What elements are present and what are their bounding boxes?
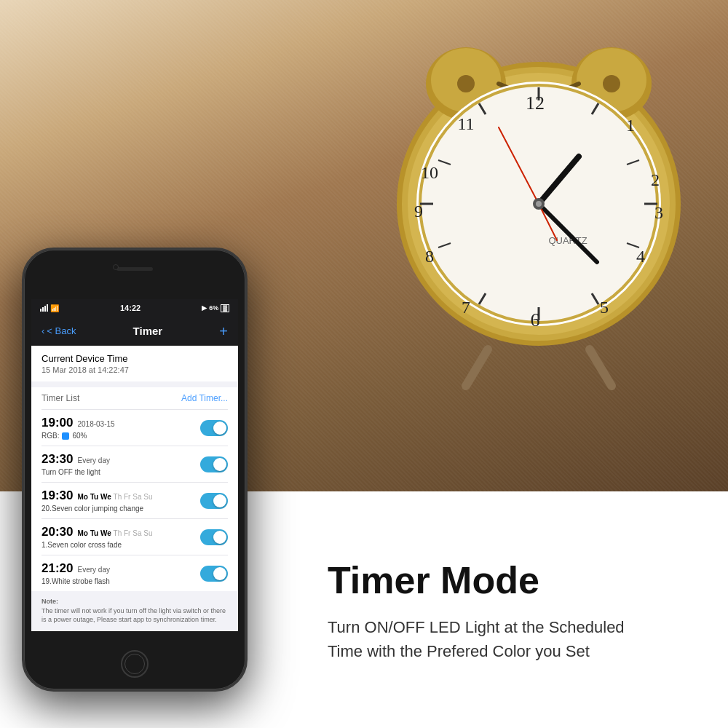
phone-screen: 📶 14:22 ▶ 6% ▓ ‹ < Back Timer + xyxy=(31,299,238,631)
svg-line-0 xyxy=(466,349,488,386)
back-label: < Back xyxy=(47,325,76,336)
phone-camera xyxy=(113,264,119,270)
nav-title: Timer xyxy=(133,325,163,337)
clock-image: 12 1 2 3 4 5 6 7 8 9 10 11 QUARTZ xyxy=(371,15,706,393)
toggle-knob-1 xyxy=(213,422,226,435)
text-section: Timer Mode Turn ON/OFF LED Light at the … xyxy=(298,491,728,728)
timer-item-4: 20:30 Mo Tu We Th Fr Sa Su 1.Seven color… xyxy=(41,519,228,555)
clock-area: 12 1 2 3 4 5 6 7 8 9 10 11 QUARTZ xyxy=(277,0,728,546)
status-right: ▶ 6% ▓ xyxy=(202,304,229,312)
signal-icon xyxy=(40,304,48,312)
toggle-1[interactable] xyxy=(200,420,228,436)
nav-bar: ‹ < Back Timer + xyxy=(31,317,238,346)
timer-time-row-2: 23:30 Every day xyxy=(41,452,200,467)
svg-text:4: 4 xyxy=(636,247,645,266)
timer-time-2: 23:30 xyxy=(41,452,73,467)
battery-icon: ▓ xyxy=(221,304,229,312)
svg-text:5: 5 xyxy=(600,298,609,317)
timer-date-2: Every day xyxy=(77,456,109,464)
timer-list-section: Timer List Add Timer... 19:00 2018-03-15… xyxy=(31,387,238,591)
timer-detail-3: 20.Seven color jumping change xyxy=(41,505,200,513)
device-time-value: 15 Mar 2018 at 14:22:47 xyxy=(41,365,228,374)
status-left: 📶 xyxy=(40,304,59,312)
status-bar: 📶 14:22 ▶ 6% ▓ xyxy=(31,299,238,317)
phone-home-inner xyxy=(124,654,145,674)
timer-time-row-4: 20:30 Mo Tu We Th Fr Sa Su xyxy=(41,525,200,539)
add-timer-link[interactable]: Add Timer... xyxy=(181,393,228,403)
device-time-section: Current Device Time 15 Mar 2018 at 14:22… xyxy=(31,346,238,381)
chevron-left-icon: ‹ xyxy=(41,325,44,336)
svg-text:7: 7 xyxy=(462,298,470,317)
svg-text:10: 10 xyxy=(421,163,438,182)
timer-date-1: 2018-03-15 xyxy=(77,420,114,428)
timer-list-label: Timer List xyxy=(41,393,79,403)
color-dot-1 xyxy=(62,432,69,440)
timer-detail-5: 19.White strobe flash xyxy=(41,577,200,585)
location-icon: ▶ xyxy=(202,304,207,312)
timer-item-4-left: 20:30 Mo Tu We Th Fr Sa Su 1.Seven color… xyxy=(41,525,200,549)
days-inactive-3: Th Fr Sa Su xyxy=(114,493,153,501)
days-active-4: Mo Tu We xyxy=(77,529,113,537)
timer-item-5-left: 21:20 Every day 19.White strobe flash xyxy=(41,561,200,585)
timer-time-row-5: 21:20 Every day xyxy=(41,561,200,576)
timer-item-2: 23:30 Every day Turn OFF the light xyxy=(41,446,228,483)
svg-line-1 xyxy=(590,349,612,386)
desc-line1: Turn ON/OFF LED Light at the Scheduled xyxy=(328,618,625,636)
phone-container: 📶 14:22 ▶ 6% ▓ ‹ < Back Timer + xyxy=(22,248,248,692)
toggle-knob-5 xyxy=(213,567,226,580)
timer-date-4: Mo Tu We Th Fr Sa Su xyxy=(77,529,152,537)
toggle-knob-3 xyxy=(213,494,226,507)
phone-home-button[interactable] xyxy=(121,650,149,678)
timer-date-3: Mo Tu We Th Fr Sa Su xyxy=(77,493,152,501)
back-button[interactable]: ‹ < Back xyxy=(41,325,76,336)
svg-point-46 xyxy=(536,201,542,207)
toggle-2[interactable] xyxy=(200,456,228,472)
phone-device: 📶 14:22 ▶ 6% ▓ ‹ < Back Timer + xyxy=(22,248,248,692)
timer-detail-1: RGB: 60% xyxy=(41,432,200,440)
add-button[interactable]: + xyxy=(219,324,228,339)
timer-time-4: 20:30 xyxy=(41,525,73,539)
note-section: Note: The timer will not work if you tur… xyxy=(31,591,238,630)
timer-time-3: 19:30 xyxy=(41,488,73,503)
timer-item-2-left: 23:30 Every day Turn OFF the light xyxy=(41,452,200,476)
desc-line2: Time with the Prefered Color you Set xyxy=(328,642,590,660)
toggle-knob-4 xyxy=(213,531,226,544)
timer-item-5: 21:20 Every day 19.White strobe flash xyxy=(41,555,228,591)
timer-item-1: 19:00 2018-03-15 RGB: 60% xyxy=(41,410,228,446)
svg-text:11: 11 xyxy=(457,114,474,133)
phone-speaker xyxy=(116,267,153,271)
note-label: Note: xyxy=(41,598,58,605)
svg-text:8: 8 xyxy=(425,247,434,266)
svg-text:3: 3 xyxy=(654,203,663,222)
device-time-label: Current Device Time xyxy=(41,353,228,364)
note-text: Note: The timer will not work if you tur… xyxy=(41,597,228,625)
note-content: The timer will not work if you turn off … xyxy=(41,607,226,624)
days-active-3: Mo Tu We xyxy=(77,493,113,501)
timer-time-row-1: 19:00 2018-03-15 xyxy=(41,416,200,430)
svg-text:12: 12 xyxy=(526,92,545,114)
screen-content: Current Device Time 15 Mar 2018 at 14:22… xyxy=(31,346,238,631)
timer-time-5: 21:20 xyxy=(41,561,73,576)
timer-time-row-3: 19:30 Mo Tu We Th Fr Sa Su xyxy=(41,488,200,503)
svg-text:1: 1 xyxy=(626,116,635,135)
svg-text:2: 2 xyxy=(651,170,660,189)
timer-list-header: Timer List Add Timer... xyxy=(41,393,228,410)
timer-date-5: Every day xyxy=(77,566,109,574)
svg-text:9: 9 xyxy=(414,202,423,221)
toggle-4[interactable] xyxy=(200,529,228,545)
svg-point-10 xyxy=(603,75,620,92)
timer-time-1: 19:00 xyxy=(41,416,73,430)
svg-text:6: 6 xyxy=(531,309,540,331)
timer-mode-description: Turn ON/OFF LED Light at the Scheduled T… xyxy=(328,615,699,663)
timer-detail-4: 1.Seven color cross fade xyxy=(41,541,200,549)
timer-item-3-left: 19:30 Mo Tu We Th Fr Sa Su 20.Seven colo… xyxy=(41,488,200,513)
toggle-3[interactable] xyxy=(200,493,228,509)
wifi-icon: 📶 xyxy=(50,304,59,312)
timer-item-3: 19:30 Mo Tu We Th Fr Sa Su 20.Seven colo… xyxy=(41,483,228,519)
svg-point-9 xyxy=(457,75,475,92)
status-time: 14:22 xyxy=(120,304,141,312)
battery-text: 6% xyxy=(209,304,218,312)
timer-detail-2: Turn OFF the light xyxy=(41,468,200,476)
toggle-5[interactable] xyxy=(200,566,228,582)
toggle-knob-2 xyxy=(213,458,226,471)
